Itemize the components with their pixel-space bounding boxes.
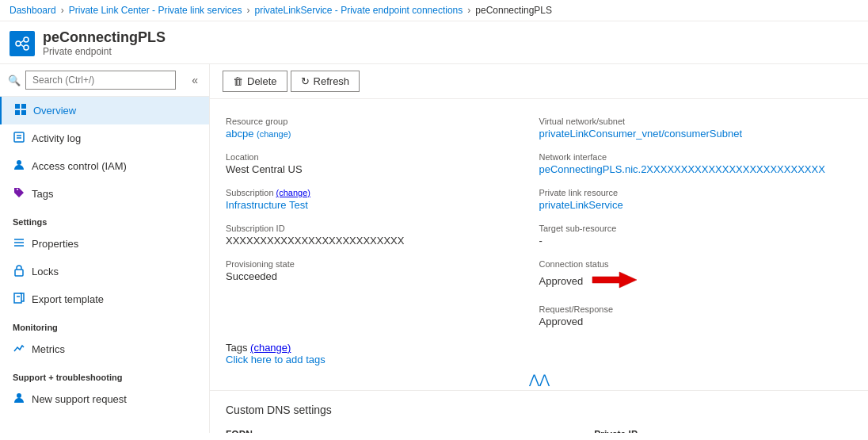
sidebar-item-locks[interactable]: Locks [0,258,209,285]
svg-line-4 [21,44,24,47]
sidebar-item-locks-label: Locks [32,266,59,277]
provisioning-state-value: Succeeded [226,270,523,282]
connection-status-value: Approved [539,275,584,287]
resource-group-link[interactable]: abcpe [226,128,253,140]
svg-rect-7 [15,110,20,115]
access-control-icon [13,159,25,174]
sidebar-item-new-support[interactable]: New support request [0,385,209,413]
search-icon: 🔍 [8,75,21,86]
svg-marker-20 [592,272,637,288]
export-template-icon [13,292,25,307]
prop-network-interface: Network interface peConnectingPLS.nic.2X… [539,147,853,183]
dns-col-fqdn: FQDN [226,424,594,433]
svg-rect-17 [14,293,21,303]
prop-location: Location West Central US [226,147,539,183]
properties-icon [13,236,25,251]
prop-target-sub-resource: Target sub-resource - [539,219,853,254]
svg-line-3 [21,40,24,43]
svg-rect-16 [15,270,23,276]
tags-label-row: Tags (change) [226,342,852,354]
sidebar-item-export-template-label: Export template [32,293,104,305]
breadcrumb-sep-3: › [467,5,470,16]
prop-provisioning-state: Provisioning state Succeeded [226,254,539,290]
activity-log-icon [13,131,25,146]
tags-label: Tags [226,342,250,354]
breadcrumb: Dashboard › Private Link Center - Privat… [0,0,868,21]
resource-title: peConnectingPLS [43,29,166,46]
svg-rect-8 [21,110,26,115]
sidebar-item-activity-log-label: Activity log [32,132,81,144]
vnet-subnet-link[interactable]: privateLinkConsumer_vnet/consumerSubnet [539,128,743,140]
delete-label: Delete [247,75,277,87]
collapse-btn[interactable]: « [188,72,201,88]
nic-link[interactable]: peConnectingPLS.nic.2XXXXXXXXXXXXXXXXXXX… [539,163,825,175]
tags-change-link[interactable]: (change) [250,342,291,354]
svg-point-2 [24,45,29,50]
tags-icon [13,186,25,201]
prop-subscription-id: Subscription ID XXXXXXXXXXXXXXXXXXXXXXXX… [226,219,539,254]
sidebar-item-properties[interactable]: Properties [0,230,209,258]
add-tags-link[interactable]: Click here to add tags [226,354,326,365]
resource-subtitle: Private endpoint [43,46,166,57]
sidebar-item-properties-label: Properties [32,238,78,250]
toolbar: 🗑 Delete ↻ Refresh [210,64,868,99]
sidebar-item-overview[interactable]: Overview [0,97,209,124]
prop-vnet-subnet: Virtual network/subnet privateLinkConsum… [539,112,853,147]
red-arrow-annotation [589,270,637,292]
sidebar-item-metrics[interactable]: Metrics [0,335,209,363]
main-layout: 🔍 « Overview Activity log Access control… [0,64,868,433]
target-sub-resource-value: - [539,235,837,247]
search-box: 🔍 « [0,64,209,97]
props-right-col: Virtual network/subnet privateLinkConsum… [539,112,853,335]
svg-point-1 [24,37,29,42]
metrics-icon [13,342,25,357]
prop-request-response: Request/Response Approved [539,300,853,335]
subscription-id-value: XXXXXXXXXXXXXXXXXXXXXXXXXX [226,235,523,247]
breadcrumb-item-dashboard[interactable]: Dashboard [10,5,56,16]
search-input[interactable] [25,71,176,90]
sidebar-item-tags[interactable]: Tags [0,180,209,208]
sidebar-item-access-control[interactable]: Access control (IAM) [0,152,209,180]
properties-grid: Resource group abcpe (change) Location W… [210,99,868,335]
prop-connection-status: Connection status Approved [539,254,853,300]
sidebar-item-export-template[interactable]: Export template [0,285,209,313]
refresh-label: Refresh [314,75,350,87]
breadcrumb-item-service[interactable]: privateLinkService - Private endpoint co… [254,5,463,16]
delete-icon: 🗑 [233,75,243,87]
content-area: 🗑 Delete ↻ Refresh Resource group abcpe … [210,64,868,433]
sidebar-item-access-control-label: Access control (IAM) [32,160,127,172]
monitoring-section-title: Monitoring [0,313,209,335]
svg-rect-5 [15,104,20,109]
sidebar-item-overview-label: Overview [33,105,76,117]
refresh-button[interactable]: ↻ Refresh [291,71,360,92]
sidebar: 🔍 « Overview Activity log Access control… [0,64,210,433]
location-value: West Central US [226,163,523,175]
prop-private-link-resource: Private link resource privateLinkService [539,183,853,219]
settings-section-title: Settings [0,208,209,230]
breadcrumb-item-private-link[interactable]: Private Link Center - Private link servi… [69,5,242,16]
overview-icon [14,103,27,118]
collapse-indicator[interactable]: ⋀⋀ [210,369,868,390]
sidebar-item-activity-log[interactable]: Activity log [0,124,209,152]
resource-group-change[interactable]: (change) [257,129,291,139]
prop-subscription: Subscription (change) Infrastructure Tes… [226,183,539,219]
svg-rect-9 [14,132,24,142]
sidebar-item-tags-label: Tags [32,188,53,200]
breadcrumb-sep-1: › [61,5,64,16]
subscription-link[interactable]: Infrastructure Test [226,199,308,211]
subscription-change[interactable]: (change) [276,188,310,197]
sidebar-item-new-support-label: New support request [32,393,127,405]
sidebar-item-metrics-label: Metrics [32,343,65,355]
dns-col-ip: Private IP [594,424,852,433]
dns-table: FQDN Private IP Not applicable 10.0.3.5 [226,424,852,433]
delete-button[interactable]: 🗑 Delete [223,71,287,92]
support-icon [13,392,25,407]
tags-section: Tags (change) Click here to add tags [210,342,868,369]
locks-icon [13,264,25,279]
breadcrumb-current: peConnectingPLS [475,5,552,16]
svg-point-19 [17,393,21,398]
svg-point-12 [17,160,21,165]
private-link-resource-link[interactable]: privateLinkService [539,199,623,211]
prop-resource-group: Resource group abcpe (change) [226,112,539,147]
support-section-title: Support + troubleshooting [0,363,209,385]
